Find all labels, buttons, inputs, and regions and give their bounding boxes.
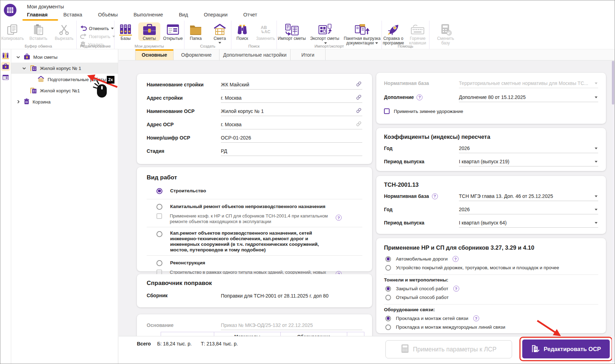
bases-button[interactable]: Базы — [114, 22, 137, 41]
radio-icon[interactable] — [156, 204, 162, 210]
radio-industrial-repair[interactable]: Кап.ремонт объектов производственного на… — [147, 230, 362, 253]
chevron-down-icon[interactable] — [22, 67, 27, 70]
radio-open-method[interactable]: Открытый способ работ — [384, 293, 598, 302]
undo-button[interactable]: Отменить — [80, 25, 114, 32]
link-icon[interactable] — [356, 94, 362, 101]
redo-button[interactable]: Повторить — [80, 33, 115, 40]
radio-icon[interactable] — [156, 231, 162, 237]
mini-bases-icon[interactable] — [1, 51, 10, 60]
menu-tab-obyomy[interactable]: Объёмы — [98, 12, 118, 20]
hotkeys-button[interactable]: Горячие клавиши — [406, 22, 429, 45]
change-base-button[interactable]: Сменить базу — [433, 22, 458, 45]
construction-address-field[interactable]: г. Москва — [221, 93, 362, 103]
chevron-down-icon[interactable] — [595, 97, 597, 98]
export-estimate-button[interactable]: Экспорт сметы — [308, 22, 341, 45]
mini-estimates-icon[interactable] — [1, 62, 10, 71]
radio-icon[interactable] — [385, 324, 391, 330]
new-estimate-button[interactable]: Смета — [209, 22, 231, 44]
radio-construction[interactable]: Строительство — [147, 185, 362, 197]
chevron-down-icon[interactable] — [595, 161, 597, 163]
apply-params-button[interactable]: Применить параметры к ЛСР — [385, 340, 512, 358]
checkbox-icon[interactable] — [156, 213, 162, 219]
radio-capital-repair[interactable]: Капитальный ремонт объектов непроизводст… — [147, 202, 362, 212]
osr-name-field[interactable]: Жилой корпус № 1 — [221, 107, 362, 116]
batch-export-button[interactable]: Пакетная выгрузка документации — [343, 22, 382, 45]
mini-opened-icon[interactable] — [1, 73, 10, 82]
window-title: Мои документы — [27, 4, 64, 9]
chevron-right-icon[interactable] — [16, 100, 21, 104]
radio-auto-roads[interactable]: Автомобильные дороги — [384, 255, 598, 263]
vertical-scrollbar[interactable] — [612, 61, 614, 363]
radio-pavements[interactable]: Устройство покрытий дорожек, тротуаров, … — [384, 263, 598, 272]
tsn-year-select[interactable]: 2026 — [459, 205, 598, 214]
replace-button[interactable]: AB↳AC Заменить — [255, 22, 277, 41]
supplement-select[interactable]: Дополнение 80 от 15.12.2025 — [459, 93, 598, 102]
app-logo-icon — [4, 3, 17, 18]
menu-tab-vypolnenie[interactable]: Выполнение — [134, 12, 163, 20]
import-estimate-button[interactable]: Импорт сметы — [277, 22, 307, 41]
checkbox-tsn2001-4[interactable]: Применение коэф. к НР и СП для сборников… — [147, 213, 362, 224]
copy-button[interactable]: Копировать — [0, 22, 25, 41]
radio-icon[interactable] — [385, 256, 391, 262]
search-button[interactable]: Поиск — [231, 22, 253, 41]
replace-icon: AB↳AC — [261, 23, 270, 36]
chevron-down-icon[interactable] — [595, 195, 597, 197]
tree-item-my-estimates[interactable]: Мои сметы — [11, 51, 118, 63]
folder-button[interactable]: Папка — [184, 22, 207, 41]
paste-button[interactable]: Вставить — [26, 22, 51, 41]
about-button[interactable]: Справка о программе — [382, 22, 405, 45]
radio-icon[interactable] — [156, 260, 162, 266]
link-icon[interactable] — [356, 81, 362, 88]
tsn-base-select[interactable]: ТСН МГЭ глава 13. Доп. 46 от 25.12.2025 — [459, 192, 598, 201]
house-icon — [212, 23, 228, 36]
cut-button[interactable]: Вырезать — [52, 22, 76, 41]
stage-field[interactable]: РД — [221, 147, 362, 156]
radio-reconstruction[interactable]: Реконструкция — [147, 258, 362, 268]
radio-icon[interactable] — [385, 286, 391, 292]
tab-osnovnye[interactable]: Основные — [135, 49, 174, 60]
osr-number-field[interactable]: ОСР-01-2026 — [221, 133, 362, 143]
help-icon[interactable] — [473, 315, 479, 321]
scrollbar-thumb[interactable] — [612, 61, 614, 105]
tab-oformlenie[interactable]: Оформление — [174, 49, 219, 60]
chevron-down-icon[interactable] — [16, 56, 21, 58]
menu-tab-glavnaya[interactable]: Главная — [27, 12, 48, 20]
help-icon[interactable] — [336, 215, 342, 221]
menu-tab-operacii[interactable]: Операции — [204, 12, 228, 20]
tab-dop-nastroyki[interactable]: Дополнительные настройки — [219, 49, 291, 60]
estimates-button[interactable]: Сметы — [138, 22, 161, 41]
help-icon[interactable] — [432, 193, 438, 199]
construction-name-field[interactable]: ЖК Майский — [221, 80, 362, 90]
help-icon[interactable] — [453, 286, 459, 292]
footer-bar: Всего Б: 18,24 тыс. р. Т: 213,84 тыс. р.… — [119, 336, 615, 364]
radio-closed-method[interactable]: Закрытый способ работ — [384, 284, 598, 293]
help-icon[interactable] — [417, 94, 422, 100]
checkbox-icon[interactable] — [384, 108, 390, 114]
menu-tab-vstavka[interactable]: Вставка — [63, 12, 82, 20]
tsn-period-select[interactable]: I квартал (выпуск 64) — [459, 218, 598, 228]
estimate-dropdown-caret[interactable] — [218, 42, 221, 44]
radio-icon[interactable] — [156, 188, 162, 194]
opened-button[interactable]: Открытые — [162, 22, 184, 41]
help-icon[interactable] — [453, 256, 459, 262]
radio-icon[interactable] — [385, 295, 391, 300]
tab-itogi[interactable]: Итоги — [291, 49, 326, 60]
radio-icon[interactable] — [385, 265, 391, 271]
chevron-down-icon[interactable] — [595, 209, 597, 210]
menu-tab-vid[interactable]: Вид — [179, 12, 188, 20]
annotation-highlight-box: Редактировать ОСР — [519, 337, 613, 361]
keyboard-icon — [410, 23, 425, 36]
chevron-down-icon — [595, 83, 597, 84]
osr-address-field[interactable]: г. Москва — [221, 120, 362, 129]
undo-dropdown-caret[interactable] — [111, 28, 114, 29]
chevron-down-icon[interactable] — [595, 148, 597, 149]
edit-osr-button[interactable]: Редактировать ОСР — [522, 340, 610, 358]
chevron-down-icon[interactable] — [595, 222, 597, 224]
link-icon[interactable] — [356, 108, 362, 114]
winter-costs-checkbox-row[interactable]: Применить зимнее удорожание — [384, 108, 598, 114]
coeff-year-select[interactable]: 2026 — [459, 144, 598, 153]
basis-input[interactable]: Приказ № МКЭ-ОД/25-132 от 22.12.2025 — [221, 321, 362, 330]
menu-tab-otchet[interactable]: Отчет — [243, 12, 257, 20]
radio-icon[interactable] — [385, 316, 391, 321]
coeff-period-select[interactable]: I квартал (выпуск 219) — [459, 157, 598, 166]
